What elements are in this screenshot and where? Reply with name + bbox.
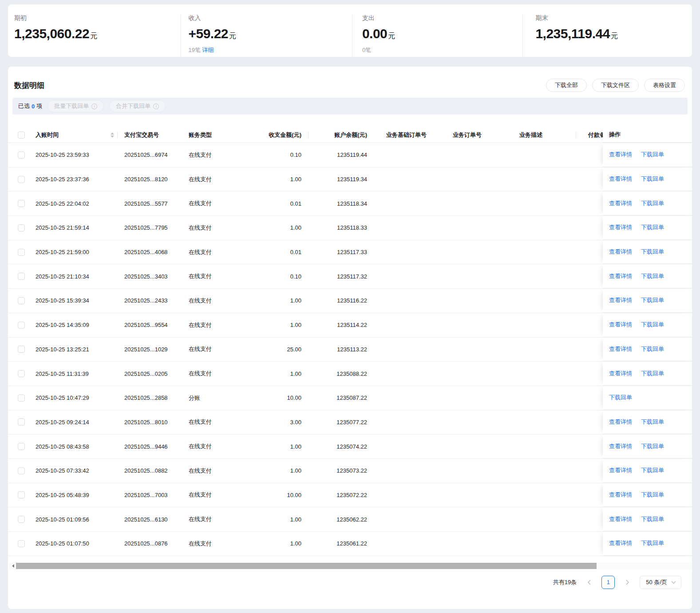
row-checkbox[interactable] bbox=[18, 516, 25, 523]
download-receipt-link[interactable]: 下载回单 bbox=[641, 248, 664, 256]
view-detail-link[interactable]: 查看详情 bbox=[609, 442, 632, 450]
view-detail-link[interactable]: 查看详情 bbox=[609, 272, 632, 280]
row-checkbox[interactable] bbox=[18, 491, 25, 498]
view-detail-link[interactable]: 查看详情 bbox=[609, 491, 632, 499]
download-receipt-link[interactable]: 下载回单 bbox=[641, 296, 664, 304]
cell-amount: 1.00 bbox=[242, 434, 308, 458]
download-receipt-link[interactable]: 下载回单 bbox=[641, 321, 664, 329]
sort-icon[interactable] bbox=[111, 132, 114, 138]
cell-time: 2025-10-25 22:04:02 bbox=[36, 191, 118, 215]
cell-time: 2025-10-25 07:33:42 bbox=[36, 459, 118, 483]
view-detail-link[interactable]: 查看详情 bbox=[609, 151, 632, 159]
cell-time: 2025-10-25 15:39:34 bbox=[36, 289, 118, 313]
summary-closing: 期末 1,235,119.44元 bbox=[522, 14, 692, 57]
table-body: 2025-10-25 23:59:33 20251025...6974 在线支付… bbox=[8, 143, 692, 556]
cell-amount: 1.00 bbox=[242, 313, 308, 337]
download-receipt-link[interactable]: 下载回单 bbox=[641, 491, 664, 499]
cell-desc bbox=[507, 483, 576, 507]
row-checkbox[interactable] bbox=[18, 322, 25, 329]
view-detail-link[interactable]: 查看详情 bbox=[609, 539, 632, 547]
row-checkbox[interactable] bbox=[18, 443, 25, 450]
download-receipt-link[interactable]: 下载回单 bbox=[641, 418, 664, 426]
view-detail-link[interactable]: 查看详情 bbox=[609, 223, 632, 231]
row-checkbox[interactable] bbox=[18, 249, 25, 256]
page-size-select[interactable]: 50 条/页 bbox=[640, 576, 681, 589]
download-receipt-link[interactable]: 下载回单 bbox=[641, 442, 664, 450]
view-detail-link[interactable]: 查看详情 bbox=[609, 466, 632, 474]
cell-action: 查看详情 下载回单 bbox=[603, 191, 692, 215]
cell-balance: 1235119.34 bbox=[308, 167, 374, 191]
cell-balance: 1235118.34 bbox=[308, 191, 374, 215]
page-number-button[interactable]: 1 bbox=[601, 576, 615, 589]
table-row: 2025-10-25 11:31:39 20251025...0205 在线支付… bbox=[8, 362, 692, 386]
download-receipt-link[interactable]: 下载回单 bbox=[641, 515, 664, 523]
view-detail-link[interactable]: 查看详情 bbox=[609, 345, 632, 353]
view-detail-link[interactable]: 查看详情 bbox=[609, 515, 632, 523]
cell-txn: 20251025...5577 bbox=[118, 191, 182, 215]
row-checkbox[interactable] bbox=[18, 418, 25, 426]
horizontal-scrollbar[interactable] bbox=[9, 562, 692, 569]
view-detail-link[interactable]: 查看详情 bbox=[609, 199, 632, 207]
view-detail-link[interactable]: 查看详情 bbox=[609, 321, 632, 329]
download-all-button[interactable]: 下载全部 bbox=[546, 79, 587, 92]
cell-balance: 1235074.22 bbox=[308, 434, 374, 458]
view-detail-link[interactable]: 查看详情 bbox=[609, 370, 632, 378]
download-receipt-link[interactable]: 下载回单 bbox=[641, 370, 664, 378]
download-receipt-link[interactable]: 下载回单 bbox=[641, 272, 664, 280]
table-row: 2025-10-25 21:59:00 20251025...4068 在线支付… bbox=[8, 240, 692, 265]
cell-order bbox=[441, 434, 507, 458]
download-receipt-link[interactable]: 下载回单 bbox=[641, 175, 664, 183]
row-checkbox[interactable] bbox=[18, 176, 25, 183]
cell-action: 查看详情 下载回单 bbox=[603, 264, 692, 288]
download-zone-button[interactable]: 下载文件区 bbox=[592, 79, 639, 92]
download-receipt-link[interactable]: 下载回单 bbox=[641, 466, 664, 474]
download-receipt-link[interactable]: 下载回单 bbox=[641, 223, 664, 231]
view-detail-link[interactable]: 查看详情 bbox=[609, 296, 632, 304]
row-checkbox[interactable] bbox=[18, 540, 25, 547]
row-checkbox[interactable] bbox=[18, 200, 25, 207]
cell-desc bbox=[507, 313, 576, 337]
scrollbar-thumb[interactable] bbox=[16, 563, 597, 569]
row-checkbox[interactable] bbox=[18, 273, 25, 280]
download-receipt-link[interactable]: 下载回单 bbox=[641, 151, 664, 159]
row-checkbox[interactable] bbox=[18, 370, 25, 377]
row-checkbox[interactable] bbox=[18, 151, 25, 159]
row-checkbox-cell bbox=[8, 532, 36, 556]
cell-amount: 0.01 bbox=[242, 240, 308, 264]
row-checkbox[interactable] bbox=[18, 346, 25, 353]
view-detail-link[interactable]: 查看详情 bbox=[609, 418, 632, 426]
cell-txn: 20251025...9554 bbox=[118, 313, 182, 337]
view-detail-link[interactable]: 查看详情 bbox=[609, 175, 632, 183]
download-receipt-link[interactable]: 下载回单 bbox=[609, 394, 632, 402]
page-title: 数据明细 bbox=[14, 80, 44, 91]
download-receipt-link[interactable]: 下载回单 bbox=[641, 199, 664, 207]
row-checkbox-cell bbox=[8, 240, 36, 264]
table-settings-button[interactable]: 表格设置 bbox=[644, 79, 685, 92]
table-row: 2025-10-25 07:33:42 20251025...0882 在线支付… bbox=[8, 459, 692, 483]
download-receipt-link[interactable]: 下载回单 bbox=[641, 539, 664, 547]
scrollbar-left-arrow-icon[interactable] bbox=[10, 562, 16, 569]
download-receipt-link[interactable]: 下载回单 bbox=[641, 345, 664, 353]
row-checkbox[interactable] bbox=[18, 394, 25, 402]
view-detail-link[interactable]: 查看详情 bbox=[609, 248, 632, 256]
cell-base-order bbox=[374, 434, 441, 458]
batch-download-button[interactable]: 批量下载回单 i bbox=[47, 100, 104, 112]
cell-time: 2025-10-25 01:09:56 bbox=[36, 507, 118, 531]
cell-txn: 20251025...2858 bbox=[118, 386, 182, 410]
column-header-desc: 业务描述 bbox=[507, 127, 576, 143]
merge-download-button[interactable]: 合并下载回单 i bbox=[109, 100, 166, 112]
select-all-checkbox[interactable] bbox=[18, 131, 25, 139]
row-checkbox[interactable] bbox=[18, 297, 25, 304]
cell-order bbox=[441, 532, 507, 556]
cell-base-order bbox=[374, 240, 441, 264]
prev-page-button[interactable] bbox=[585, 576, 593, 589]
next-page-button[interactable] bbox=[623, 576, 632, 589]
row-checkbox[interactable] bbox=[18, 467, 25, 474]
cell-desc bbox=[507, 167, 576, 191]
cell-action: 查看详情 下载回单 bbox=[603, 434, 692, 458]
row-checkbox[interactable] bbox=[18, 224, 25, 231]
cell-base-order bbox=[374, 483, 441, 507]
income-detail-link[interactable]: 详细 bbox=[202, 47, 214, 53]
selected-prefix: 已选 bbox=[18, 102, 30, 110]
row-checkbox-cell bbox=[8, 386, 36, 410]
